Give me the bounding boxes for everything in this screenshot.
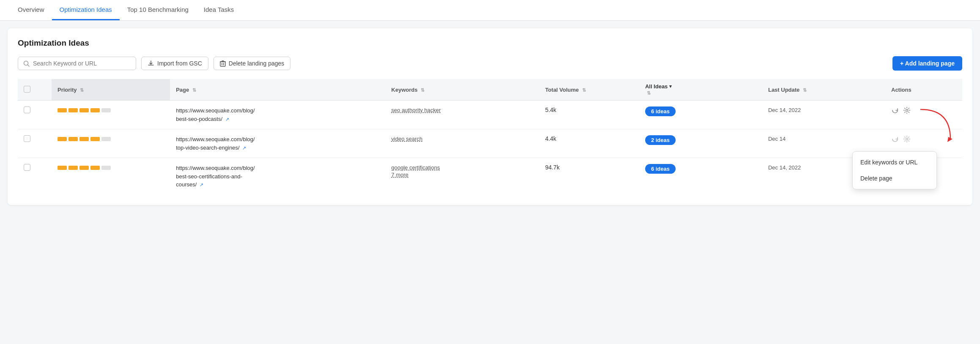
last-update-2: Dec 14 bbox=[768, 136, 786, 142]
keywords-sort-icon[interactable]: ⇅ bbox=[421, 87, 424, 93]
import-gsc-button[interactable]: Import from GSC bbox=[141, 57, 208, 70]
priority-bar-3 bbox=[57, 166, 164, 170]
refresh-icon-1[interactable] bbox=[891, 106, 899, 116]
col-header-priority: Priority ⇅ bbox=[52, 79, 170, 101]
table-container: Priority ⇅ Page ⇅ Keywords ⇅ Total Volum… bbox=[18, 79, 962, 195]
gear-icon-2[interactable] bbox=[903, 135, 911, 145]
keyword-link-1[interactable]: seo authority hacker bbox=[391, 107, 441, 113]
keyword-link-2[interactable]: video search bbox=[391, 136, 423, 142]
priority-bar-1 bbox=[57, 108, 164, 112]
main-content: Optimization Ideas Import from GSC Delet… bbox=[8, 28, 972, 205]
svg-rect-2 bbox=[220, 62, 225, 66]
ideas-dropdown-icon: ▾ bbox=[669, 84, 672, 89]
col-header-volume: Total Volume ⇅ bbox=[539, 79, 639, 101]
priority-seg bbox=[90, 137, 100, 141]
page-ext-link-2[interactable]: ↗ bbox=[242, 145, 246, 150]
context-menu: Edit keywords or URL Delete page bbox=[852, 151, 937, 189]
all-ideas-filter[interactable]: All Ideas ▾ bbox=[645, 83, 756, 90]
delete-page[interactable]: Delete page bbox=[853, 170, 936, 186]
last-update-3: Dec 14, 2022 bbox=[768, 164, 801, 171]
keyword-link-3[interactable]: google certifications bbox=[391, 164, 440, 171]
page-url-3: https://www.seoquake.com/blog/best-seo-c… bbox=[176, 164, 379, 189]
svg-point-4 bbox=[906, 138, 908, 140]
page-ext-link-3[interactable]: ↗ bbox=[200, 182, 203, 187]
ideas-badge-2[interactable]: 2 ideas bbox=[645, 135, 676, 145]
priority-seg bbox=[57, 166, 67, 170]
col-header-update: Last Update ⇅ bbox=[762, 79, 885, 101]
priority-seg bbox=[90, 108, 100, 112]
col-header-page: Page ⇅ bbox=[170, 79, 385, 101]
search-input[interactable] bbox=[33, 60, 131, 67]
priority-seg bbox=[68, 108, 78, 112]
page-sort-icon[interactable]: ⇅ bbox=[192, 87, 196, 93]
trash-icon bbox=[220, 60, 226, 67]
col-header-keywords: Keywords ⇅ bbox=[386, 79, 539, 101]
last-update-1: Dec 14, 2022 bbox=[768, 107, 801, 113]
nav-idea-tasks[interactable]: Idea Tasks bbox=[196, 0, 241, 20]
action-icons-1 bbox=[891, 106, 956, 116]
top-nav: Overview Optimization Ideas Top 10 Bench… bbox=[0, 0, 980, 21]
volume-2: 4.4k bbox=[545, 135, 556, 142]
priority-seg bbox=[79, 137, 89, 141]
priority-seg bbox=[79, 166, 89, 170]
col-header-actions: Actions bbox=[885, 79, 962, 101]
priority-seg bbox=[57, 108, 67, 112]
nav-overview[interactable]: Overview bbox=[10, 0, 52, 20]
table-row: https://www.seoquake.com/blog/top-video-… bbox=[18, 129, 962, 158]
svg-line-1 bbox=[28, 65, 30, 66]
add-landing-page-button[interactable]: + Add landing page bbox=[892, 56, 962, 71]
svg-point-3 bbox=[906, 109, 908, 112]
add-landing-page-label: + Add landing page bbox=[900, 60, 955, 67]
row-checkbox-2[interactable] bbox=[24, 135, 30, 142]
col-header-ideas[interactable]: All Ideas ▾ ⇅ bbox=[639, 79, 762, 101]
page-title: Optimization Ideas bbox=[18, 38, 962, 48]
row-checkbox-3[interactable] bbox=[24, 164, 30, 171]
row-checkbox-1[interactable] bbox=[24, 106, 30, 113]
import-gsc-label: Import from GSC bbox=[157, 60, 202, 67]
ideas-sort-icon[interactable]: ⇅ bbox=[647, 90, 651, 96]
more-keywords-link-3[interactable]: 7 more bbox=[391, 172, 534, 178]
gear-icon-1[interactable] bbox=[903, 106, 911, 116]
volume-1: 5.4k bbox=[545, 106, 556, 113]
table-row: https://www.seoquake.com/blog/best-seo-c… bbox=[18, 158, 962, 195]
table-row: https://www.seoquake.com/blog/best-seo-p… bbox=[18, 101, 962, 129]
volume-sort-icon[interactable]: ⇅ bbox=[582, 87, 586, 93]
action-icons-2 bbox=[891, 135, 956, 145]
update-sort-icon[interactable]: ⇅ bbox=[803, 87, 807, 93]
priority-seg bbox=[68, 166, 78, 170]
edit-keywords-url[interactable]: Edit keywords or URL bbox=[853, 154, 936, 170]
nav-optimization-ideas[interactable]: Optimization Ideas bbox=[52, 0, 120, 20]
priority-seg bbox=[68, 137, 78, 141]
import-icon bbox=[148, 60, 154, 67]
priority-sort-icon[interactable]: ⇅ bbox=[80, 87, 84, 93]
delete-pages-label: Delete landing pages bbox=[229, 60, 285, 67]
priority-seg bbox=[57, 137, 67, 141]
priority-bar-2 bbox=[57, 137, 164, 141]
page-url-1: https://www.seoquake.com/blog/best-seo-p… bbox=[176, 106, 379, 123]
delete-pages-button[interactable]: Delete landing pages bbox=[214, 57, 291, 70]
priority-seg bbox=[101, 137, 111, 141]
ideas-table: Priority ⇅ Page ⇅ Keywords ⇅ Total Volum… bbox=[18, 79, 962, 195]
search-box[interactable] bbox=[18, 57, 136, 70]
select-all-checkbox[interactable] bbox=[24, 86, 30, 93]
toolbar: Import from GSC Delete landing pages + A… bbox=[18, 56, 962, 71]
page-ext-link-1[interactable]: ↗ bbox=[225, 117, 229, 122]
volume-3: 94.7k bbox=[545, 164, 559, 171]
priority-seg bbox=[101, 108, 111, 112]
priority-seg bbox=[90, 166, 100, 170]
refresh-icon-2[interactable] bbox=[891, 135, 899, 145]
ideas-badge-1[interactable]: 6 ideas bbox=[645, 106, 676, 116]
priority-seg bbox=[79, 108, 89, 112]
search-icon bbox=[23, 60, 30, 67]
nav-top10[interactable]: Top 10 Benchmarking bbox=[120, 0, 196, 20]
priority-seg bbox=[101, 166, 111, 170]
ideas-badge-3[interactable]: 6 ideas bbox=[645, 164, 676, 174]
page-url-2: https://www.seoquake.com/blog/top-video-… bbox=[176, 135, 379, 152]
